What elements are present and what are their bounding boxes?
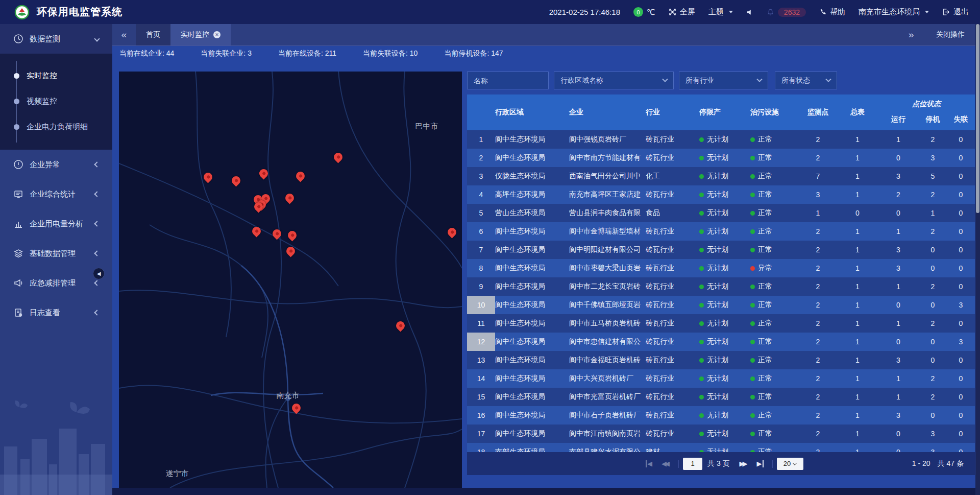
table-row[interactable]: 9阆中生态环境局阆中市二龙长宝页岩砖砖瓦行业无计划正常21120 xyxy=(467,277,975,296)
sidebar-item-0[interactable]: 数据监测 xyxy=(0,24,112,54)
table-row[interactable]: 15阆中生态环境局阆中市光富页岩机砖厂砖瓦行业无计划正常21120 xyxy=(467,388,975,406)
prev-page-button[interactable]: ◀◀ xyxy=(662,460,670,467)
table-row[interactable]: 11阆中生态环境局阆中市五马桥页岩机砖砖瓦行业无计划正常21120 xyxy=(467,314,975,333)
fullscreen-button[interactable]: 全屏 xyxy=(669,7,695,17)
cell-region: 营山生态环境局 xyxy=(495,204,569,222)
sidebar-item-4[interactable]: 基础数据管理 xyxy=(0,239,112,268)
table-row[interactable]: 1阆中生态环境局阆中强锐页岩砖厂砖瓦行业无计划正常21120 xyxy=(467,130,975,149)
industry-filter-value: 所有行业 xyxy=(685,76,714,85)
row-index: 1 xyxy=(467,130,495,149)
layers-icon xyxy=(13,248,23,258)
sidebar-subitem-1[interactable]: 视频监控 xyxy=(0,88,112,114)
status-dot xyxy=(699,432,704,436)
cell-meters: 1 xyxy=(837,314,878,333)
cell-company: 阆中市石子页岩机砖厂 xyxy=(569,406,646,425)
status-filter-select[interactable]: 所有状态 xyxy=(775,72,837,89)
tab-home[interactable]: 首页 xyxy=(136,24,170,45)
table-row[interactable]: 2阆中生态环境局阆中市南方节能建材有砖瓦行业无计划正常21030 xyxy=(467,149,975,167)
window-scrollbar[interactable] xyxy=(975,24,980,495)
sidebar-item-2[interactable]: 企业综合统计 xyxy=(0,179,112,209)
name-filter-field[interactable] xyxy=(467,72,549,89)
table-row[interactable]: 8阆中生态环境局阆中市枣碧大梁山页岩砖瓦行业无计划异常21300 xyxy=(467,259,975,277)
table-row[interactable]: 13阆中生态环境局阆中市金福旺页岩机砖砖瓦行业无计划正常21300 xyxy=(467,351,975,369)
cell-points: 1 xyxy=(799,204,837,222)
sidebar-item-3[interactable]: 企业用电量分析 xyxy=(0,209,112,239)
status-dot xyxy=(699,248,704,252)
cell-run: 3 xyxy=(878,406,919,425)
close-operations-button[interactable]: 关闭操作 xyxy=(936,30,965,39)
org-menu[interactable]: 南充市生态环境局 xyxy=(859,7,929,17)
table-row[interactable]: 10阆中生态环境局阆中千佛镇五郎垭页岩砖瓦行业无计划正常21003 xyxy=(467,296,975,314)
notifications[interactable]: 2632 xyxy=(767,8,806,17)
sidebar-collapse-button[interactable]: ◀ xyxy=(93,268,105,279)
row-index: 7 xyxy=(467,241,495,259)
cell-stopped: 0 xyxy=(919,259,947,277)
cell-company: 营山县润丰肉食品有限 xyxy=(569,204,646,222)
table-row[interactable]: 5营山生态环境局营山县润丰肉食品有限食品无计划正常10010 xyxy=(467,204,975,222)
tabs-scroll-right-button[interactable]: » xyxy=(899,29,923,40)
status-dot xyxy=(699,229,704,234)
sidebar-item-1[interactable]: 企业异常 xyxy=(0,150,112,179)
page-number-input[interactable]: 1 xyxy=(683,458,702,470)
cell-industry: 砖瓦行业 xyxy=(646,425,699,443)
industry-filter-select[interactable]: 所有行业 xyxy=(679,72,768,89)
table-row[interactable]: 4高坪生态环境局南充市高坪区王家店建砖瓦行业无计划正常31220 xyxy=(467,185,975,204)
help-button[interactable]: 帮助 xyxy=(819,7,845,17)
cell-company: 阆中市二龙长宝页岩砖 xyxy=(569,277,646,296)
cell-stopped: 2 xyxy=(919,222,947,241)
mute-button[interactable] xyxy=(746,9,753,16)
table-row[interactable]: 12阆中生态环境局阆中市忠信建材有限公砖瓦行业无计划正常21003 xyxy=(467,333,975,351)
status-dot xyxy=(699,321,704,326)
sidebar-item-label: 应急减排管理 xyxy=(30,278,76,288)
cell-company: 南部县建兴水泥有限公 xyxy=(569,443,646,452)
scrollbar-thumb[interactable] xyxy=(976,24,979,213)
cell-stop-status: 无计划 xyxy=(699,167,750,185)
sidebar-subitem-2[interactable]: 企业电力负荷明细 xyxy=(0,114,112,139)
table-row[interactable]: 17阆中生态环境局阆中市江南镇阆南页岩砖瓦行业无计划正常21030 xyxy=(467,425,975,443)
stop-status-text: 无计划 xyxy=(707,172,728,181)
cell-industry: 砖瓦行业 xyxy=(646,351,699,369)
table-row[interactable]: 14阆中生态环境局阆中大兴页岩机砖厂砖瓦行业无计划正常21120 xyxy=(467,369,975,388)
sidebar-subitem-0[interactable]: 实时监控 xyxy=(0,63,112,88)
cell-region: 阆中生态环境局 xyxy=(495,333,569,351)
page-size-select[interactable]: 20 xyxy=(777,458,803,470)
cell-run: 3 xyxy=(878,167,919,185)
cell-company: 阆中大兴页岩机砖厂 xyxy=(569,369,646,388)
cell-facility-status: 正常 xyxy=(750,185,799,204)
cell-industry: 食品 xyxy=(646,204,699,222)
cell-meters: 1 xyxy=(837,406,878,425)
table-row[interactable]: 3仪陇生态环境局西南油气田分公司川中化工无计划正常71350 xyxy=(467,167,975,185)
table-row[interactable]: 6阆中生态环境局阆中市金博瑞新型墙材砖瓦行业无计划正常21120 xyxy=(467,222,975,241)
next-page-button[interactable]: ▶▶ xyxy=(740,460,748,467)
table-row[interactable]: 7阆中生态环境局阆中明阳建材有限公司砖瓦行业无计划正常21300 xyxy=(467,241,975,259)
tab-close-icon[interactable]: ✕ xyxy=(213,31,220,38)
stop-status-text: 无计划 xyxy=(707,356,728,365)
cell-facility-status: 正常 xyxy=(750,149,799,167)
row-index: 11 xyxy=(467,314,495,333)
map-panel[interactable]: 巴中市南充市遂宁市 xyxy=(119,72,462,488)
sidebar-item-6[interactable]: 日志查看 xyxy=(0,298,112,327)
row-index: 16 xyxy=(467,406,495,425)
chevron-icon xyxy=(94,310,100,315)
last-page-button[interactable]: ▶ xyxy=(757,460,764,467)
facility-status-text: 正常 xyxy=(758,208,772,218)
tab-realtime-monitor[interactable]: 实时监控 ✕ xyxy=(170,24,231,45)
table-row[interactable]: 16阆中生态环境局阆中市石子页岩机砖厂砖瓦行业无计划正常21300 xyxy=(467,406,975,425)
table-row[interactable]: 18南部生态环境局南部县建兴水泥有限公建材无计划正常21030 xyxy=(467,443,975,452)
cell-lost: 0 xyxy=(947,222,975,241)
cell-index: 11 xyxy=(467,314,495,333)
logout-button[interactable]: 退出 xyxy=(942,7,969,17)
name-filter-input[interactable] xyxy=(474,77,542,85)
cell-company: 阆中市五马桥页岩机砖 xyxy=(569,314,646,333)
tabs-scroll-left-button[interactable]: « xyxy=(112,24,136,45)
theme-menu[interactable]: 主题 xyxy=(708,7,733,17)
region-filter-select[interactable]: 行政区域名称 xyxy=(554,72,674,89)
first-page-button[interactable]: ◀ xyxy=(646,460,652,467)
facility-status-text: 正常 xyxy=(758,319,772,328)
cell-company: 西南油气田分公司川中 xyxy=(569,167,646,185)
cell-region: 阆中生态环境局 xyxy=(495,388,569,406)
help-label: 帮助 xyxy=(830,7,845,17)
filter-bar: 行政区域名称 所有行业 所有状态 xyxy=(467,72,975,89)
row-index: 8 xyxy=(467,259,495,277)
status-dot xyxy=(750,211,755,216)
